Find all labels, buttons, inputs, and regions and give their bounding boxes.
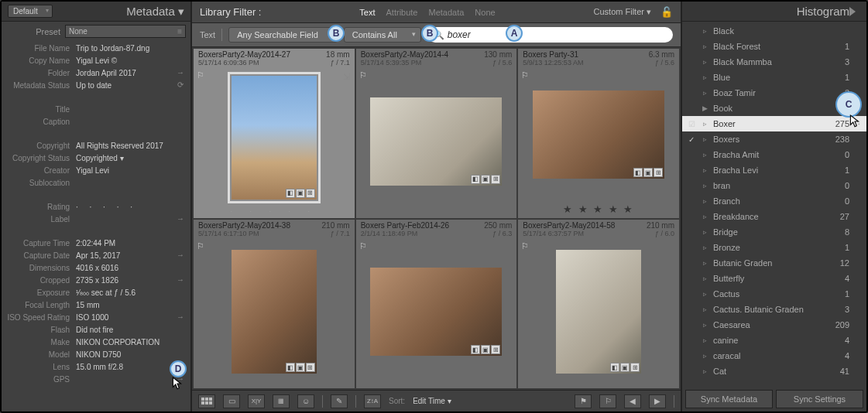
search-box[interactable]: 🔍	[427, 27, 673, 43]
meta-value[interactable]: ISO 1000	[76, 312, 175, 323]
keyword-row[interactable]: ▹Caesarea209	[682, 317, 866, 333]
meta-value[interactable]: All Rights Reserved 2017	[76, 141, 175, 152]
custom-filter-dropdown[interactable]: Custom Filter ▾	[594, 7, 651, 17]
keyword-row[interactable]: ▹canine4	[682, 333, 866, 348]
keyword-disclosure-icon[interactable]: ▹	[701, 197, 708, 205]
meta-value[interactable]: Yigal Levi	[76, 166, 175, 176]
sync-metadata-button[interactable]: Sync Metadata	[685, 390, 773, 408]
meta-value[interactable]: 4016 x 6016	[76, 263, 175, 274]
keyword-disclosure-icon[interactable]: ▹	[701, 228, 708, 236]
metadata-title[interactable]: Metadata ▾	[126, 5, 184, 19]
nav-prev-button[interactable]: ◀	[624, 394, 641, 408]
meta-action-icon[interactable]: →	[175, 312, 186, 321]
keyword-disclosure-icon[interactable]: ▹	[701, 151, 708, 159]
keyword-row[interactable]: ☑▹Boxer275→	[682, 116, 866, 131]
tab-text[interactable]: Text	[359, 8, 375, 17]
meta-action-icon[interactable]: →	[175, 214, 186, 223]
meta-value[interactable]: NIKON CORPORATION	[76, 337, 175, 348]
meta-value[interactable]: Apr 15, 2017	[76, 251, 175, 261]
sort-direction-button[interactable]: Z↕A	[364, 394, 381, 408]
keyword-disclosure-icon[interactable]: ▹	[701, 58, 708, 66]
collapse-icon[interactable]	[849, 7, 856, 16]
sort-value[interactable]: Edit Time ▾	[413, 397, 451, 405]
meta-action-icon[interactable]: →	[175, 68, 186, 77]
keyword-row[interactable]: ▹Branch0	[682, 193, 866, 209]
flag-pick-button[interactable]: ⚑	[575, 394, 592, 408]
keyword-disclosure-icon[interactable]: ▹	[701, 259, 708, 267]
keyword-disclosure-icon[interactable]: ▹	[701, 275, 708, 282]
keyword-disclosure-icon[interactable]: ▹	[701, 27, 708, 35]
thumbnail-cell[interactable]: BoxersParty2-May2014-2718 mm5/17/14 6:09…	[194, 49, 355, 218]
meta-action-icon[interactable]: →	[175, 275, 186, 284]
keyword-row[interactable]: ▹Black Mammba3	[682, 54, 866, 70]
keyword-row[interactable]: ▹Black Forest1	[682, 39, 866, 54]
compare-view-button[interactable]: X|Y	[248, 394, 265, 408]
meta-value[interactable]: 2:02:44 PM	[76, 238, 175, 249]
thumbnail-cell[interactable]: BoxersParty2-May2014-38210 mm5/17/14 6:1…	[194, 220, 355, 389]
metadata-preset-dropdown[interactable]: Default	[8, 5, 53, 18]
meta-value[interactable]: Copyrighted ▾	[76, 153, 175, 164]
meta-value[interactable]: Jordan April 2017	[76, 68, 175, 79]
meta-value[interactable]: NIKON D750	[76, 350, 175, 360]
keyword-row[interactable]: ▹Blue1	[682, 70, 866, 85]
keyword-row[interactable]: ▹caracal4	[682, 348, 866, 364]
keyword-disclosure-icon[interactable]: ▹	[701, 73, 708, 81]
rating-dots[interactable]: · · · · ·	[198, 207, 350, 215]
grid-view-button[interactable]	[198, 394, 215, 408]
meta-value[interactable]: · · · · ·	[76, 202, 175, 213]
keyword-disclosure-icon[interactable]: ▹	[701, 166, 708, 174]
survey-view-button[interactable]: ▦	[273, 394, 290, 408]
meta-value[interactable]: 15 mm	[76, 300, 175, 311]
tab-attribute[interactable]: Attribute	[386, 8, 418, 17]
keyword-check-icon[interactable]: ✓	[687, 135, 696, 144]
keyword-row[interactable]: ▹Bridge8	[682, 224, 866, 240]
keyword-disclosure-icon[interactable]: ▹	[701, 352, 708, 360]
keyword-row[interactable]: ▹Cactus1	[682, 286, 866, 302]
preset-select[interactable]: None	[65, 25, 186, 38]
sync-settings-button[interactable]: Sync Settings	[776, 390, 863, 408]
keyword-row[interactable]: ▹Breakdance27	[682, 209, 866, 224]
keyword-disclosure-icon[interactable]: ▹	[701, 120, 708, 128]
keyword-disclosure-icon[interactable]: ▹	[701, 367, 708, 375]
search-rule-dropdown[interactable]: Contains All	[344, 27, 421, 43]
meta-value[interactable]: 15.0 mm f/2.8	[76, 362, 175, 373]
keyword-row[interactable]: ✓▹Boxers238	[682, 131, 866, 147]
keyword-row[interactable]: ▹Butterfly4	[682, 271, 866, 286]
keyword-disclosure-icon[interactable]: ▹	[701, 305, 708, 313]
histogram-header[interactable]: Histogram	[682, 2, 866, 22]
thumbnail-cell[interactable]: BoxersParty2-May2014-58210 mm5/17/14 6:3…	[518, 220, 679, 389]
keyword-row[interactable]: ▹Butanic Graden12	[682, 255, 866, 271]
keyword-disclosure-icon[interactable]: ▹	[701, 244, 708, 251]
meta-value[interactable]: Yigal Levi ©	[76, 56, 175, 67]
keyword-row[interactable]: ▹Bronze1	[682, 240, 866, 255]
flag-reject-button[interactable]: ⚐	[599, 394, 616, 408]
meta-action-icon[interactable]: ⟳	[175, 80, 186, 89]
keyword-row[interactable]: ▹bran0	[682, 178, 866, 193]
keyword-check-icon[interactable]: ☑	[687, 120, 696, 128]
keyword-disclosure-icon[interactable]: ▹	[701, 135, 708, 143]
keyword-row[interactable]: ▹Cat41	[682, 364, 866, 379]
thumbnail-cell[interactable]: Boxers Party-Feb2014-26250 mm2/1/14 1:18…	[356, 220, 517, 389]
keyword-row[interactable]: ▹Bracha Amit0	[682, 147, 866, 162]
keyword-row[interactable]: ▹Bracha Levi1	[682, 162, 866, 178]
star-rating[interactable]: ★ ★ ★ ★ ★	[523, 202, 674, 215]
meta-value[interactable]: Did not fire	[76, 325, 175, 336]
nav-next-button[interactable]: ▶	[649, 394, 666, 408]
search-field-dropdown[interactable]: Any Searchable Field	[228, 27, 338, 43]
meta-value[interactable]: Up to date	[76, 80, 175, 91]
keyword-row[interactable]: ▹Black	[682, 23, 866, 39]
thumbnail-cell[interactable]: BoxersParty2-May2014-4130 mm5/17/14 5:39…	[356, 49, 517, 218]
loupe-view-button[interactable]: ▭	[223, 394, 240, 408]
meta-value[interactable]: ¹⁄₈₀₀ sec at ƒ / 5.6	[76, 288, 175, 299]
keyword-disclosure-icon[interactable]: ▶	[701, 104, 708, 112]
meta-value[interactable]: Trip to Jordan-87.dng	[76, 43, 175, 54]
keyword-disclosure-icon[interactable]: ▹	[701, 290, 708, 298]
people-view-button[interactable]: ☺	[297, 394, 314, 408]
tab-none[interactable]: None	[475, 8, 495, 17]
keyword-disclosure-icon[interactable]: ▹	[701, 213, 708, 220]
keyword-row[interactable]: ▹Cactus. Butanic Graden3	[682, 302, 866, 317]
keyword-disclosure-icon[interactable]: ▹	[701, 321, 708, 329]
meta-value[interactable]: 2735 x 1826	[76, 275, 175, 286]
thumbnail-cell[interactable]: Boxers Party-316.3 mm5/9/13 12:25:53 AMƒ…	[518, 49, 679, 218]
search-input[interactable]	[448, 29, 667, 40]
